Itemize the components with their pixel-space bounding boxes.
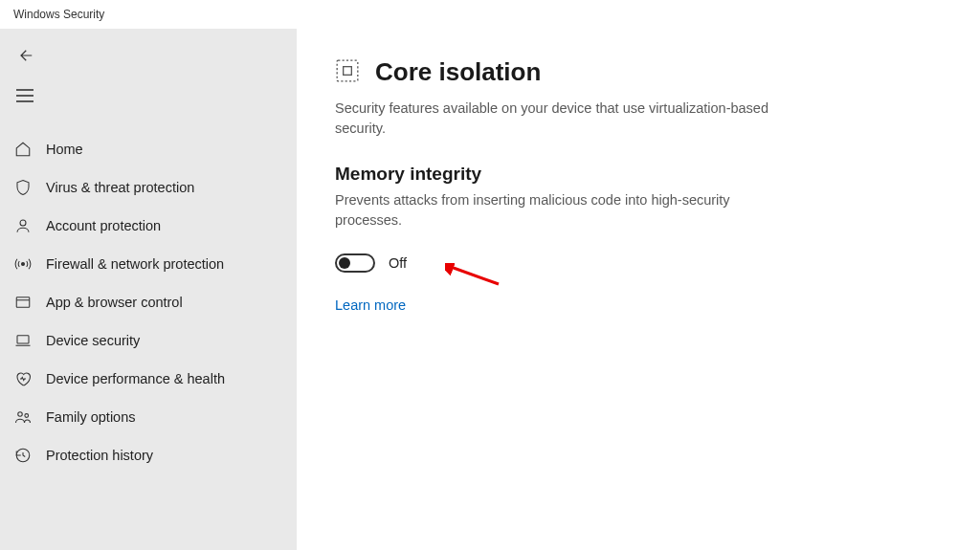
hamburger-menu-button[interactable] (0, 71, 297, 121)
sidebar-item-label: Family options (46, 409, 135, 425)
browser-icon (13, 293, 33, 312)
svg-point-3 (20, 220, 26, 226)
page-description: Security features available on your devi… (335, 99, 785, 139)
people-icon (13, 407, 33, 427)
page-header: Core isolation (335, 57, 942, 87)
learn-more-link[interactable]: Learn more (335, 297, 406, 313)
svg-rect-12 (344, 66, 352, 75)
sidebar-item-label: Account protection (46, 218, 161, 233)
svg-point-9 (18, 412, 23, 417)
sidebar-item-family[interactable]: Family options (0, 398, 297, 436)
back-button[interactable] (0, 40, 297, 71)
sidebar-item-appbrowser[interactable]: App & browser control (0, 283, 297, 321)
memory-integrity-heading: Memory integrity (335, 164, 942, 185)
sidebar-item-label: Firewall & network protection (46, 256, 224, 272)
page-title: Core isolation (375, 57, 541, 87)
hamburger-icon (15, 86, 34, 105)
svg-point-4 (22, 263, 25, 266)
heart-pulse-icon (13, 369, 33, 388)
shield-icon (13, 178, 33, 197)
sidebar-item-performance[interactable]: Device performance & health (0, 360, 297, 398)
person-icon (13, 216, 33, 235)
memory-integrity-toggle[interactable] (335, 253, 375, 273)
svg-rect-11 (337, 60, 358, 81)
memory-integrity-description: Prevents attacks from inserting maliciou… (335, 190, 785, 231)
sidebar-item-label: Virus & threat protection (46, 180, 194, 195)
toggle-state-label: Off (389, 255, 407, 271)
svg-line-13 (451, 267, 499, 284)
annotation-arrow-icon (445, 263, 501, 292)
svg-rect-5 (16, 297, 30, 308)
svg-point-10 (25, 414, 29, 418)
antenna-icon (13, 254, 33, 274)
sidebar-item-label: App & browser control (46, 295, 183, 310)
home-icon (13, 140, 33, 159)
back-arrow-icon (17, 46, 36, 65)
sidebar-item-device[interactable]: Device security (0, 321, 297, 360)
sidebar-item-label: Home (46, 142, 83, 157)
sidebar-item-history[interactable]: Protection history (0, 436, 297, 474)
memory-integrity-toggle-row: Off (335, 253, 942, 273)
sidebar-item-account[interactable]: Account protection (0, 207, 297, 245)
toggle-knob (339, 257, 350, 269)
svg-rect-7 (17, 336, 29, 343)
sidebar-item-home[interactable]: Home (0, 130, 297, 168)
laptop-icon (13, 331, 33, 350)
history-icon (13, 446, 33, 465)
window-title: Windows Security (13, 8, 104, 21)
sidebar-item-label: Protection history (46, 448, 153, 463)
core-isolation-icon (335, 58, 360, 87)
main-content: Core isolation Security features availab… (297, 29, 980, 550)
sidebar-item-label: Device security (46, 333, 140, 348)
window-titlebar: Windows Security (0, 0, 980, 29)
sidebar: Home Virus & threat protection Account p… (0, 29, 297, 550)
sidebar-item-label: Device performance & health (46, 371, 225, 386)
sidebar-item-firewall[interactable]: Firewall & network protection (0, 245, 297, 283)
sidebar-item-virus[interactable]: Virus & threat protection (0, 168, 297, 207)
